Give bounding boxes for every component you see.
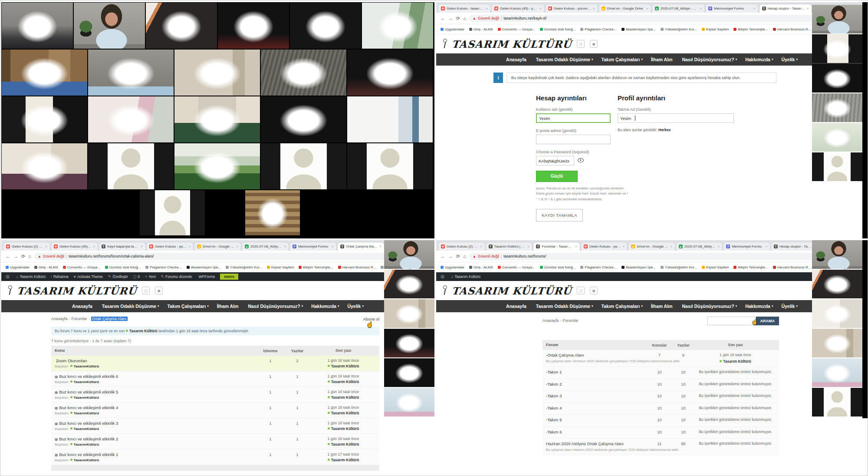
tab-close-icon[interactable]: × [141, 245, 143, 248]
browser-tab[interactable]: T Hesap oluştur - Tasarım... × [771, 242, 818, 251]
video-tile[interactable] [261, 143, 346, 189]
browser-tab[interactable]: ▲ Drive'ım - Google Drive × [628, 242, 675, 251]
bookmark-item[interactable]: Kişisel Sayfam [702, 27, 729, 31]
bookmark-item[interactable]: Convertio — Dosya... [498, 265, 535, 269]
forward-icon[interactable]: → [448, 254, 453, 259]
starter-link[interactable]: TasarımKültürü [70, 380, 99, 384]
bookmark-item[interactable]: Harvard Business R... [773, 265, 811, 269]
last-post-author[interactable]: Tasarım Kültürü [328, 364, 359, 368]
wp-admin-item[interactable]: ● Activate Theme [73, 274, 102, 279]
bookmark-item[interactable]: Ücretsiz stok fotoğ... [540, 265, 575, 269]
video-tile[interactable] [362, 3, 433, 49]
starter-link[interactable]: TasarımKültürü [70, 427, 99, 431]
site-nav-item[interactable]: Nasıl Düşünüyorsunuz? ▾ [248, 304, 303, 309]
tab-close-icon[interactable]: × [646, 7, 648, 10]
topic-link[interactable]: Buz kırıcı ve etkileşimli etkinlik 1 [59, 452, 118, 457]
forward-icon[interactable]: → [13, 254, 18, 259]
video-tile[interactable] [140, 190, 205, 235]
video-tile[interactable] [812, 93, 862, 122]
video-tile[interactable] [812, 299, 862, 328]
video-tile[interactable] [812, 388, 862, 416]
browser-tab[interactable]: ▲ 2020-07-08_Atölye - Go... × [676, 242, 723, 251]
video-tile[interactable] [812, 358, 862, 387]
last-post-time[interactable]: 1 gün 16 saat önce [311, 374, 376, 378]
topic-link[interactable]: Buz kırıcı ve etkileşimli etkinlik 2 [59, 436, 118, 441]
password-field[interactable]: KAbqN&ghUw2x [536, 156, 574, 165]
tab-close-icon[interactable]: × [807, 7, 809, 10]
video-tile[interactable] [245, 190, 300, 235]
video-tile[interactable] [384, 329, 434, 357]
bookmark-item[interactable]: Plagiarism Checke... [580, 265, 616, 269]
site-logo[interactable]: TASARIM KÜLTÜRÜ [451, 285, 572, 297]
forum-link[interactable]: Haziran 2020 Atölyesi Ortak Çalışma Alan… [546, 441, 624, 446]
last-post-author[interactable]: Tasarım Kültürü [720, 359, 751, 364]
bookmark-item[interactable]: Giriş - ALMS [469, 27, 493, 31]
bookmark-item[interactable]: Akademisyen İşle... [621, 265, 656, 269]
last-post-author[interactable]: Tasarım Kültürü [328, 380, 359, 384]
tab-close-icon[interactable]: × [188, 245, 191, 248]
breadcrumb-home[interactable]: Anasayfa [51, 317, 68, 321]
tab-close-icon[interactable]: × [539, 7, 542, 10]
tab-close-icon[interactable]: × [45, 245, 47, 248]
video-tile[interactable] [384, 270, 434, 298]
back-icon[interactable]: ← [441, 254, 445, 259]
topic-link[interactable]: Buz kırıcı ve etkileşimli etkinlik 6 [59, 374, 118, 379]
wp-admin-item[interactable]: ◻ 0 [133, 274, 140, 279]
site-nav-item[interactable]: İlham Alın [217, 304, 240, 309]
bookmark-item[interactable]: Bilişim Teknolojile... [733, 265, 768, 269]
forum-link[interactable]: -Takım 5 [546, 417, 562, 422]
forum-link[interactable]: -Takım 6 [546, 430, 562, 434]
bookmark-item[interactable]: Yükseköğretim Kur... [226, 265, 262, 269]
video-tile[interactable] [2, 3, 73, 49]
last-post-author[interactable]: Tasarım Kültürü [328, 458, 359, 462]
video-tile[interactable] [347, 50, 433, 96]
tab-close-icon[interactable]: × [284, 245, 286, 248]
site-logo[interactable]: TASARIM KÜLTÜRÜ [451, 38, 572, 50]
video-tile[interactable] [812, 270, 862, 298]
video-tile[interactable] [290, 3, 361, 49]
site-nav-item[interactable]: Hakkımızda ▾ [745, 304, 773, 309]
back-icon[interactable]: ← [6, 254, 10, 259]
site-logo[interactable]: TASARIM KÜLTÜRÜ [16, 285, 138, 297]
forum-info-user-link[interactable]: Tasarım Kültürü [126, 329, 158, 333]
bookmark-item[interactable]: Yükseköğretim Kur... [661, 265, 697, 269]
site-nav-item[interactable]: Üyelik ▾ [781, 57, 797, 62]
bookmark-item[interactable]: Plagiarism Checke... [145, 265, 181, 269]
site-nav-item[interactable]: Hakkımızda ▾ [745, 57, 773, 62]
video-tile[interactable] [2, 96, 87, 142]
tab-close-icon[interactable]: × [575, 245, 577, 248]
site-nav-item[interactable]: Takım Çalışmaları ▾ [168, 304, 209, 309]
site-nav-item[interactable]: İlham Alın [651, 304, 674, 309]
forum-link[interactable]: -Takım 3 [546, 393, 562, 398]
topic-link[interactable]: Zoom Oturumları [56, 358, 87, 363]
video-tile[interactable] [2, 143, 87, 189]
bookmark-item[interactable]: Bilişim Teknolojile... [733, 27, 768, 31]
bookmark-item[interactable]: Plagiarism Checke... [580, 27, 616, 31]
site-nav-item[interactable]: Nasıl Düşünüyorsunuz? ▾ [682, 304, 737, 309]
browser-tab[interactable]: T Tasarım Kültürü | Akrom... × [486, 242, 533, 251]
site-nav-item[interactable]: İlham Alın [651, 57, 674, 62]
starter-link[interactable]: TasarımKültürü [70, 411, 99, 415]
browser-tab[interactable]: F Memnuniyet Formu × [723, 242, 770, 251]
starter-link[interactable]: TasarımKültürü [70, 396, 99, 400]
wp-admin-item[interactable]: ✎ Özelleştir [108, 274, 128, 279]
forum-link[interactable]: -Takım 1 [546, 370, 562, 374]
wp-admin-item[interactable]: ‹ Rahatına [51, 274, 69, 279]
last-post-author[interactable]: Tasarım Kültürü [328, 442, 359, 446]
tab-close-icon[interactable]: × [593, 7, 595, 10]
social-icon[interactable]: ▢ [142, 287, 150, 294]
video-tile[interactable] [812, 123, 862, 152]
forum-info-time-link[interactable]: 1 gün 16 saat önce [176, 329, 207, 333]
starter-link[interactable]: TasarımKültürü [70, 443, 99, 446]
starter-link[interactable]: TasarımKültürü [70, 458, 99, 462]
visibility-value[interactable]: Herkes [658, 128, 671, 132]
bookmark-item[interactable]: Giriş - ALMS [34, 265, 58, 269]
username-field[interactable]: Yesim [536, 113, 611, 123]
last-post-author[interactable]: Tasarım Kültürü [328, 411, 359, 415]
bookmark-item[interactable]: Akademisyen İşle... [187, 265, 221, 269]
address-bar[interactable]: ▲ Güvenli değil | tasarimkulturu.net/for… [34, 253, 422, 260]
social-icon[interactable]: ▣ [155, 287, 163, 294]
browser-tab[interactable]: M Gelen Kutusu (45) - yusln... × [491, 4, 544, 13]
forum-link[interactable]: -Takım 4 [546, 406, 562, 410]
refresh-icon[interactable]: ⟳ [456, 16, 460, 21]
